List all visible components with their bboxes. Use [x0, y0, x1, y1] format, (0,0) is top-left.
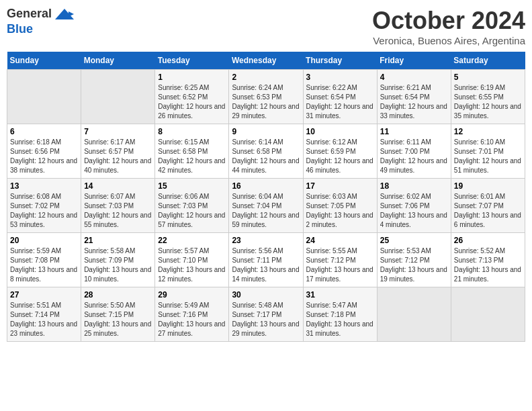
day-number: 28: [84, 290, 152, 300]
calendar-cell: 20 Sunrise: 5:59 AM Sunset: 7:08 PM Dayl…: [7, 233, 81, 287]
sunrise-text: Sunrise: 5:50 AM: [84, 302, 135, 309]
calendar-cell: [377, 287, 451, 342]
day-info: Sunrise: 5:58 AM Sunset: 7:09 PM Dayligh…: [84, 246, 152, 284]
day-info: Sunrise: 5:57 AM Sunset: 7:10 PM Dayligh…: [158, 246, 226, 284]
sunset-text: Sunset: 7:17 PM: [232, 311, 281, 318]
day-number: 2: [232, 73, 300, 82]
sunset-text: Sunset: 7:07 PM: [454, 202, 504, 210]
month-title: October 2024: [372, 7, 525, 35]
sunrise-text: Sunrise: 5:48 AM: [232, 302, 283, 309]
daylight-text: Daylight: 12 hours and 38 minutes.: [10, 157, 77, 174]
sunset-text: Sunset: 7:00 PM: [380, 148, 430, 155]
day-info: Sunrise: 5:59 AM Sunset: 7:08 PM Dayligh…: [10, 246, 78, 284]
day-info: Sunrise: 6:03 AM Sunset: 7:05 PM Dayligh…: [306, 192, 374, 230]
calendar-cell: 5 Sunrise: 6:19 AM Sunset: 6:55 PM Dayli…: [451, 70, 525, 124]
day-info: Sunrise: 6:07 AM Sunset: 7:03 PM Dayligh…: [84, 192, 152, 230]
day-number: 4: [380, 73, 448, 82]
sunrise-text: Sunrise: 5:58 AM: [84, 247, 135, 255]
calendar-cell: 6 Sunrise: 6:18 AM Sunset: 6:56 PM Dayli…: [7, 124, 81, 179]
day-number: 29: [158, 290, 226, 300]
calendar-week-row: 1 Sunrise: 6:25 AM Sunset: 6:52 PM Dayli…: [7, 70, 525, 124]
calendar-week-row: 20 Sunrise: 5:59 AM Sunset: 7:08 PM Dayl…: [7, 233, 525, 287]
calendar-cell: 25 Sunrise: 5:53 AM Sunset: 7:12 PM Dayl…: [377, 233, 451, 287]
day-number: 1: [158, 73, 226, 82]
calendar-cell: 9 Sunrise: 6:14 AM Sunset: 6:58 PM Dayli…: [229, 124, 303, 179]
sunrise-text: Sunrise: 5:49 AM: [158, 302, 209, 309]
day-number: 21: [84, 236, 152, 245]
sunrise-text: Sunrise: 6:07 AM: [84, 193, 135, 200]
daylight-text: Daylight: 12 hours and 46 minutes.: [306, 157, 373, 174]
day-number: 16: [232, 181, 300, 191]
sunset-text: Sunset: 7:02 PM: [10, 202, 60, 210]
sunset-text: Sunset: 6:53 PM: [232, 93, 281, 101]
sunset-text: Sunset: 7:06 PM: [380, 202, 430, 210]
calendar-cell: 28 Sunrise: 5:50 AM Sunset: 7:15 PM Dayl…: [81, 287, 155, 342]
daylight-text: Daylight: 13 hours and 23 minutes.: [10, 320, 77, 337]
sunrise-text: Sunrise: 6:04 AM: [232, 193, 283, 200]
sunset-text: Sunset: 7:01 PM: [454, 148, 504, 155]
calendar-cell: 21 Sunrise: 5:58 AM Sunset: 7:09 PM Dayl…: [81, 233, 155, 287]
calendar-cell: 23 Sunrise: 5:56 AM Sunset: 7:11 PM Dayl…: [229, 233, 303, 287]
day-info: Sunrise: 5:53 AM Sunset: 7:12 PM Dayligh…: [380, 246, 448, 284]
day-number: 15: [158, 181, 226, 191]
day-number: 18: [380, 181, 448, 191]
sunrise-text: Sunrise: 6:17 AM: [84, 138, 135, 146]
calendar-cell: 16 Sunrise: 6:04 AM Sunset: 7:04 PM Dayl…: [229, 179, 303, 233]
day-info: Sunrise: 6:14 AM Sunset: 6:58 PM Dayligh…: [232, 138, 300, 175]
day-info: Sunrise: 5:48 AM Sunset: 7:17 PM Dayligh…: [232, 301, 300, 338]
sunset-text: Sunset: 6:57 PM: [84, 148, 134, 155]
calendar-cell: 19 Sunrise: 6:01 AM Sunset: 7:07 PM Dayl…: [451, 179, 525, 233]
day-number: 14: [84, 181, 152, 191]
sunset-text: Sunset: 7:10 PM: [158, 257, 208, 264]
sunset-text: Sunset: 7:16 PM: [158, 311, 208, 318]
day-number: 24: [306, 236, 374, 245]
calendar-week-row: 27 Sunrise: 5:51 AM Sunset: 7:14 PM Dayl…: [7, 287, 525, 342]
sunrise-text: Sunrise: 6:02 AM: [380, 193, 431, 200]
day-number: 26: [454, 236, 522, 245]
day-number: 13: [10, 181, 78, 191]
day-info: Sunrise: 6:17 AM Sunset: 6:57 PM Dayligh…: [84, 138, 152, 175]
page-header: General Blue October 2024 Veronica, Buen…: [7, 7, 525, 46]
calendar-cell: [451, 287, 525, 342]
day-info: Sunrise: 6:22 AM Sunset: 6:54 PM Dayligh…: [306, 83, 374, 121]
daylight-text: Daylight: 12 hours and 59 minutes.: [232, 212, 299, 228]
day-number: 8: [158, 127, 226, 136]
daylight-text: Daylight: 12 hours and 57 minutes.: [158, 212, 225, 228]
day-number: 23: [232, 236, 300, 245]
calendar-cell: 3 Sunrise: 6:22 AM Sunset: 6:54 PM Dayli…: [303, 70, 377, 124]
day-info: Sunrise: 6:01 AM Sunset: 7:07 PM Dayligh…: [454, 192, 522, 230]
day-info: Sunrise: 6:12 AM Sunset: 6:59 PM Dayligh…: [306, 138, 374, 175]
day-info: Sunrise: 6:19 AM Sunset: 6:55 PM Dayligh…: [454, 83, 522, 121]
calendar-cell: 8 Sunrise: 6:15 AM Sunset: 6:58 PM Dayli…: [155, 124, 229, 179]
calendar-cell: 7 Sunrise: 6:17 AM Sunset: 6:57 PM Dayli…: [81, 124, 155, 179]
sunrise-text: Sunrise: 6:10 AM: [454, 138, 505, 146]
logo-general: General: [7, 7, 52, 20]
sunrise-text: Sunrise: 6:21 AM: [380, 84, 431, 91]
daylight-text: Daylight: 12 hours and 31 minutes.: [306, 103, 373, 120]
daylight-text: Daylight: 13 hours and 4 minutes.: [380, 212, 447, 228]
calendar-cell: 17 Sunrise: 6:03 AM Sunset: 7:05 PM Dayl…: [303, 179, 377, 233]
sunrise-text: Sunrise: 5:53 AM: [380, 247, 431, 255]
sunrise-text: Sunrise: 6:15 AM: [158, 138, 209, 146]
weekday-header: Tuesday: [155, 52, 229, 70]
day-info: Sunrise: 5:56 AM Sunset: 7:11 PM Dayligh…: [232, 246, 300, 284]
calendar-cell: 31 Sunrise: 5:47 AM Sunset: 7:18 PM Dayl…: [303, 287, 377, 342]
calendar-cell: 2 Sunrise: 6:24 AM Sunset: 6:53 PM Dayli…: [229, 70, 303, 124]
sunset-text: Sunset: 6:54 PM: [306, 93, 356, 101]
sunset-text: Sunset: 7:09 PM: [84, 257, 134, 264]
sunset-text: Sunset: 7:15 PM: [84, 311, 134, 318]
weekday-header: Wednesday: [229, 52, 303, 70]
daylight-text: Daylight: 12 hours and 33 minutes.: [380, 103, 447, 120]
day-info: Sunrise: 6:25 AM Sunset: 6:52 PM Dayligh…: [158, 83, 226, 121]
daylight-text: Daylight: 13 hours and 12 minutes.: [158, 266, 225, 283]
logo-icon: [55, 7, 74, 22]
calendar-body: 1 Sunrise: 6:25 AM Sunset: 6:52 PM Dayli…: [7, 70, 525, 342]
day-number: 17: [306, 181, 374, 191]
day-info: Sunrise: 6:04 AM Sunset: 7:04 PM Dayligh…: [232, 192, 300, 230]
day-number: 22: [158, 236, 226, 245]
calendar-cell: 26 Sunrise: 5:52 AM Sunset: 7:13 PM Dayl…: [451, 233, 525, 287]
sunset-text: Sunset: 7:12 PM: [306, 257, 356, 264]
day-info: Sunrise: 5:49 AM Sunset: 7:16 PM Dayligh…: [158, 301, 226, 338]
weekday-header: Monday: [81, 52, 155, 70]
daylight-text: Daylight: 13 hours and 8 minutes.: [10, 266, 77, 283]
